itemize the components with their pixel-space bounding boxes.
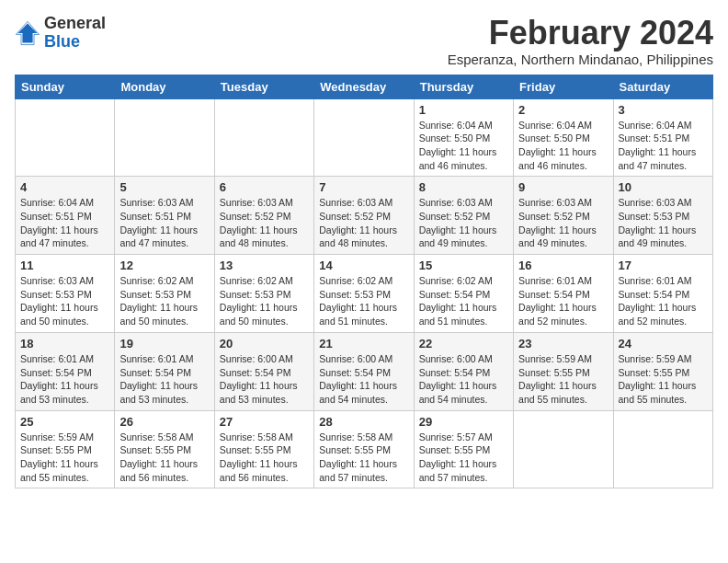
day-info: Sunrise: 6:01 AM Sunset: 5:54 PM Dayligh… <box>619 274 708 328</box>
calendar-body: 1Sunrise: 6:04 AM Sunset: 5:50 PM Daylig… <box>16 98 713 488</box>
day-number: 13 <box>220 259 309 272</box>
day-info: Sunrise: 6:02 AM Sunset: 5:54 PM Dayligh… <box>419 274 508 328</box>
calendar-title: February 2024 <box>448 15 713 52</box>
day-number: 6 <box>220 180 309 194</box>
calendar-cell: 11Sunrise: 6:03 AM Sunset: 5:53 PM Dayli… <box>16 255 115 333</box>
calendar-cell: 13Sunrise: 6:02 AM Sunset: 5:53 PM Dayli… <box>214 255 313 333</box>
calendar-cell: 20Sunrise: 6:00 AM Sunset: 5:54 PM Dayli… <box>214 332 313 410</box>
day-info: Sunrise: 6:03 AM Sunset: 5:51 PM Dayligh… <box>119 196 209 250</box>
day-number: 23 <box>518 337 608 350</box>
day-info: Sunrise: 6:02 AM Sunset: 5:53 PM Dayligh… <box>119 274 209 328</box>
day-info: Sunrise: 6:03 AM Sunset: 5:53 PM Dayligh… <box>20 274 109 328</box>
day-number: 20 <box>220 337 309 350</box>
day-info: Sunrise: 6:00 AM Sunset: 5:54 PM Dayligh… <box>220 352 309 407</box>
day-number: 24 <box>619 337 708 350</box>
day-number: 5 <box>119 180 209 194</box>
logo-icon <box>15 20 40 46</box>
day-number: 12 <box>119 259 209 272</box>
calendar-cell <box>16 98 115 177</box>
calendar-cell: 17Sunrise: 6:01 AM Sunset: 5:54 PM Dayli… <box>613 255 712 333</box>
logo-blue: Blue <box>44 32 80 51</box>
calendar-week-5: 25Sunrise: 5:59 AM Sunset: 5:55 PM Dayli… <box>16 410 713 488</box>
weekday-header-tuesday: Tuesday <box>214 75 313 98</box>
calendar-cell: 3Sunrise: 6:04 AM Sunset: 5:51 PM Daylig… <box>613 98 712 177</box>
day-info: Sunrise: 6:01 AM Sunset: 5:54 PM Dayligh… <box>518 274 608 328</box>
calendar-subtitle: Esperanza, Northern Mindanao, Philippine… <box>448 52 713 67</box>
day-number: 15 <box>419 259 508 272</box>
day-info: Sunrise: 6:00 AM Sunset: 5:54 PM Dayligh… <box>319 352 408 407</box>
calendar-table: SundayMondayTuesdayWednesdayThursdayFrid… <box>15 75 713 489</box>
calendar-cell: 7Sunrise: 6:03 AM Sunset: 5:52 PM Daylig… <box>314 177 414 255</box>
calendar-cell: 1Sunrise: 6:04 AM Sunset: 5:50 PM Daylig… <box>414 98 513 177</box>
day-number: 11 <box>20 259 109 272</box>
calendar-cell: 29Sunrise: 5:57 AM Sunset: 5:55 PM Dayli… <box>414 410 513 488</box>
calendar-cell: 2Sunrise: 6:04 AM Sunset: 5:50 PM Daylig… <box>514 98 613 177</box>
day-number: 10 <box>619 180 708 194</box>
calendar-week-4: 18Sunrise: 6:01 AM Sunset: 5:54 PM Dayli… <box>16 332 713 410</box>
weekday-header-sunday: Sunday <box>16 75 115 98</box>
calendar-cell <box>613 410 712 488</box>
day-info: Sunrise: 6:01 AM Sunset: 5:54 PM Dayligh… <box>119 352 209 407</box>
day-info: Sunrise: 6:01 AM Sunset: 5:54 PM Dayligh… <box>20 352 109 407</box>
day-number: 29 <box>419 415 508 429</box>
day-number: 21 <box>319 337 408 350</box>
day-number: 4 <box>20 180 109 194</box>
day-number: 28 <box>319 415 408 429</box>
day-info: Sunrise: 6:00 AM Sunset: 5:54 PM Dayligh… <box>419 352 508 407</box>
day-info: Sunrise: 6:04 AM Sunset: 5:50 PM Dayligh… <box>518 119 608 173</box>
calendar-cell: 22Sunrise: 6:00 AM Sunset: 5:54 PM Dayli… <box>414 332 513 410</box>
calendar-cell: 12Sunrise: 6:02 AM Sunset: 5:53 PM Dayli… <box>115 255 214 333</box>
day-info: Sunrise: 5:58 AM Sunset: 5:55 PM Dayligh… <box>119 431 209 485</box>
day-number: 26 <box>119 415 209 429</box>
day-info: Sunrise: 6:04 AM Sunset: 5:51 PM Dayligh… <box>619 119 708 173</box>
calendar-cell: 15Sunrise: 6:02 AM Sunset: 5:54 PM Dayli… <box>414 255 513 333</box>
calendar-cell: 26Sunrise: 5:58 AM Sunset: 5:55 PM Dayli… <box>115 410 214 488</box>
calendar-cell: 9Sunrise: 6:03 AM Sunset: 5:52 PM Daylig… <box>514 177 613 255</box>
weekday-header-wednesday: Wednesday <box>314 75 414 98</box>
day-info: Sunrise: 6:03 AM Sunset: 5:52 PM Dayligh… <box>220 196 309 250</box>
calendar-cell: 8Sunrise: 6:03 AM Sunset: 5:52 PM Daylig… <box>414 177 513 255</box>
calendar-cell: 10Sunrise: 6:03 AM Sunset: 5:53 PM Dayli… <box>613 177 712 255</box>
calendar-header: SundayMondayTuesdayWednesdayThursdayFrid… <box>16 75 713 98</box>
day-number: 9 <box>518 180 608 194</box>
calendar-week-1: 1Sunrise: 6:04 AM Sunset: 5:50 PM Daylig… <box>16 98 713 177</box>
day-info: Sunrise: 6:03 AM Sunset: 5:53 PM Dayligh… <box>619 196 708 250</box>
calendar-cell: 4Sunrise: 6:04 AM Sunset: 5:51 PM Daylig… <box>16 177 115 255</box>
calendar-cell: 28Sunrise: 5:58 AM Sunset: 5:55 PM Dayli… <box>314 410 414 488</box>
calendar-week-2: 4Sunrise: 6:04 AM Sunset: 5:51 PM Daylig… <box>16 177 713 255</box>
calendar-cell: 25Sunrise: 5:59 AM Sunset: 5:55 PM Dayli… <box>16 410 115 488</box>
day-number: 22 <box>419 337 508 350</box>
calendar-week-3: 11Sunrise: 6:03 AM Sunset: 5:53 PM Dayli… <box>16 255 713 333</box>
day-info: Sunrise: 5:58 AM Sunset: 5:55 PM Dayligh… <box>220 431 309 485</box>
calendar-cell: 24Sunrise: 5:59 AM Sunset: 5:55 PM Dayli… <box>613 332 712 410</box>
logo-text: General Blue <box>44 15 106 52</box>
day-number: 19 <box>119 337 209 350</box>
logo: General Blue <box>15 15 106 52</box>
weekday-header-thursday: Thursday <box>414 75 513 98</box>
day-info: Sunrise: 5:59 AM Sunset: 5:55 PM Dayligh… <box>20 431 109 485</box>
day-info: Sunrise: 6:04 AM Sunset: 5:51 PM Dayligh… <box>20 196 109 250</box>
day-number: 7 <box>319 180 408 194</box>
day-number: 16 <box>518 259 608 272</box>
day-info: Sunrise: 6:03 AM Sunset: 5:52 PM Dayligh… <box>419 196 508 250</box>
day-info: Sunrise: 5:59 AM Sunset: 5:55 PM Dayligh… <box>518 352 608 407</box>
day-info: Sunrise: 5:59 AM Sunset: 5:55 PM Dayligh… <box>619 352 708 407</box>
calendar-cell <box>214 98 313 177</box>
calendar-cell <box>115 98 214 177</box>
day-info: Sunrise: 6:04 AM Sunset: 5:50 PM Dayligh… <box>419 119 508 173</box>
weekday-header-friday: Friday <box>514 75 613 98</box>
calendar-cell: 27Sunrise: 5:58 AM Sunset: 5:55 PM Dayli… <box>214 410 313 488</box>
day-number: 3 <box>619 103 708 117</box>
header: General Blue February 2024 Esperanza, No… <box>15 15 713 67</box>
day-info: Sunrise: 6:02 AM Sunset: 5:53 PM Dayligh… <box>220 274 309 328</box>
calendar-cell: 23Sunrise: 5:59 AM Sunset: 5:55 PM Dayli… <box>514 332 613 410</box>
calendar-cell: 19Sunrise: 6:01 AM Sunset: 5:54 PM Dayli… <box>115 332 214 410</box>
calendar-cell: 16Sunrise: 6:01 AM Sunset: 5:54 PM Dayli… <box>514 255 613 333</box>
calendar-cell <box>314 98 414 177</box>
calendar-cell: 14Sunrise: 6:02 AM Sunset: 5:53 PM Dayli… <box>314 255 414 333</box>
day-info: Sunrise: 6:03 AM Sunset: 5:52 PM Dayligh… <box>518 196 608 250</box>
calendar-cell: 6Sunrise: 6:03 AM Sunset: 5:52 PM Daylig… <box>214 177 313 255</box>
calendar-cell: 18Sunrise: 6:01 AM Sunset: 5:54 PM Dayli… <box>16 332 115 410</box>
calendar-cell: 21Sunrise: 6:00 AM Sunset: 5:54 PM Dayli… <box>314 332 414 410</box>
day-number: 8 <box>419 180 508 194</box>
